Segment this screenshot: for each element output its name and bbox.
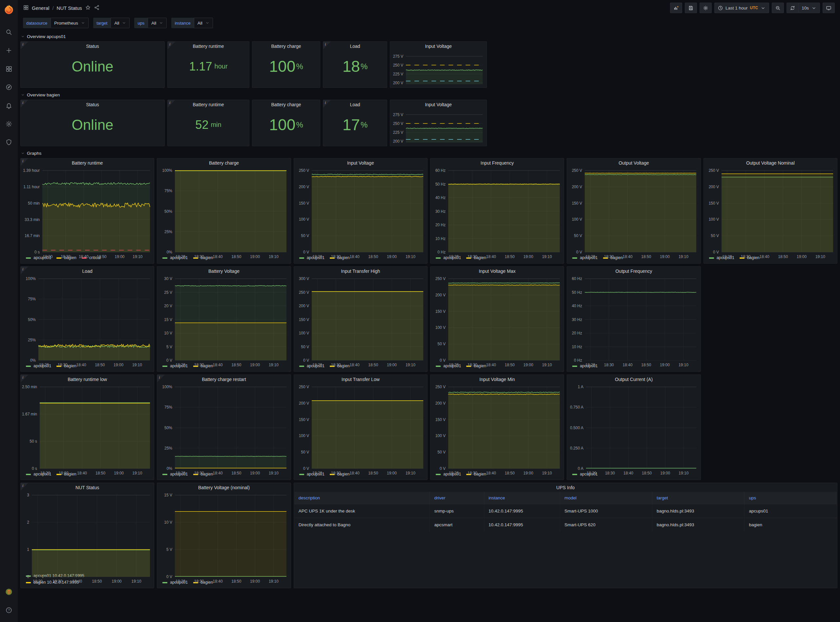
panel-title[interactable]: Battery runtime: [21, 159, 154, 167]
battery-runtime-chart[interactable]: 18:2018:3018:4018:5019:0019:101.39 hour1…: [21, 167, 154, 255]
dashboard-grid-icon[interactable]: [23, 5, 29, 11]
save-dashboard-button[interactable]: [685, 3, 697, 13]
panel-load: i Load 18:2018:3018:4018:5019:0019:10100…: [20, 266, 154, 372]
panel-title[interactable]: Output Current (A): [567, 375, 700, 384]
panel-title[interactable]: Battery charge: [252, 100, 320, 109]
battery-charge-chart[interactable]: 18:2018:3018:4018:5019:0019:10100%75%50%…: [157, 167, 290, 255]
table-column-header[interactable]: target: [652, 492, 745, 504]
refresh-button[interactable]: [787, 3, 798, 13]
alerting-bell-icon[interactable]: [2, 99, 15, 112]
add-panel-button[interactable]: [670, 3, 682, 13]
time-range-picker[interactable]: Last 1 hour UTC: [714, 3, 769, 13]
star-icon[interactable]: [85, 5, 91, 11]
battery-voltage-chart[interactable]: 18:2018:3018:4018:5019:0019:1030 V25 V20…: [157, 276, 290, 363]
panel-title[interactable]: NUT Status: [21, 483, 154, 492]
input-frequency-chart[interactable]: 18:2018:3018:4018:5019:0019:1060 Hz50 Hz…: [431, 167, 564, 255]
input-voltage-chart[interactable]: 18:2018:3018:4018:5019:0019:10250 V200 V…: [294, 167, 427, 255]
row-header-overview-bagien[interactable]: Overview bagien: [21, 90, 837, 99]
panel-title[interactable]: Input Voltage: [390, 42, 487, 50]
panel-info-icon[interactable]: i: [168, 42, 175, 49]
grafana-logo-icon[interactable]: [3, 4, 15, 16]
panel-title[interactable]: Battery charge: [252, 42, 320, 50]
panel-title[interactable]: Input Transfer High: [294, 267, 427, 276]
input-voltage-max-chart[interactable]: 18:2018:3018:4018:5019:0019:10250 V200 V…: [431, 276, 564, 363]
panel-title[interactable]: Output Voltage Nominal: [704, 159, 837, 167]
panel-info-icon[interactable]: i: [323, 42, 331, 49]
panel-title[interactable]: Output Voltage: [567, 159, 700, 167]
output-current-chart[interactable]: 18:2018:3018:4018:5019:0019:101 A0.750 A…: [567, 384, 700, 471]
input-transfer-high-chart[interactable]: 18:2018:3018:4018:5019:0019:10300 V250 V…: [294, 276, 427, 363]
load-chart[interactable]: 18:2018:3018:4018:5019:0019:10100%75%50%…: [21, 276, 154, 363]
panel-title[interactable]: Status: [21, 100, 164, 109]
variable-instance[interactable]: instance All: [171, 18, 212, 28]
panel-title[interactable]: Input Voltage Max: [431, 267, 564, 276]
svg-text:18:20: 18:20: [176, 471, 185, 476]
panel-info-icon[interactable]: i: [21, 267, 28, 274]
table-column-header[interactable]: instance: [484, 492, 560, 504]
panel-title[interactable]: Battery runtime: [168, 100, 249, 109]
output-voltage-nominal-chart[interactable]: 18:2018:3018:4018:5019:0019:10250 V200 V…: [704, 167, 837, 255]
panel-info-icon[interactable]: i: [168, 100, 175, 108]
variable-ups[interactable]: ups All: [134, 18, 167, 28]
dashboards-icon[interactable]: [2, 62, 15, 75]
user-avatar[interactable]: [2, 585, 15, 598]
help-icon[interactable]: ?: [2, 604, 15, 617]
panel-title[interactable]: Input Voltage: [294, 159, 427, 167]
configuration-gear-icon[interactable]: [2, 117, 15, 131]
input-voltage-mini-chart[interactable]: 275 V250 V225 V200 V: [390, 109, 487, 146]
panel-info-icon[interactable]: i: [21, 483, 28, 491]
tv-mode-button[interactable]: [823, 3, 835, 13]
output-frequency-chart[interactable]: 18:2018:3018:4018:5019:0019:1060 Hz50 Hz…: [567, 276, 700, 363]
explore-compass-icon[interactable]: [2, 81, 15, 94]
battery-voltage-nominal-chart[interactable]: 18:2018:3018:4018:5019:0019:1015 V10 V5 …: [157, 492, 290, 580]
panel-title[interactable]: Load: [21, 267, 154, 276]
zoom-out-time-button[interactable]: [772, 3, 784, 13]
search-icon[interactable]: [2, 26, 15, 39]
table-column-header[interactable]: driver: [430, 492, 484, 504]
panel-title[interactable]: Battery Voltage: [157, 267, 290, 276]
panel-title[interactable]: Input Frequency: [431, 159, 564, 167]
row-header-graphs[interactable]: Graphs: [21, 149, 837, 157]
battery-runtime-low-chart[interactable]: 18:2018:3018:4018:5019:0019:102.50 min1.…: [21, 384, 154, 471]
create-plus-icon[interactable]: [2, 44, 15, 57]
share-icon[interactable]: [94, 5, 100, 11]
panel-title[interactable]: Load: [323, 42, 387, 50]
panel-title[interactable]: Battery Voltage (nominal): [157, 483, 290, 492]
panel-info-icon[interactable]: i: [21, 42, 28, 49]
panel-title[interactable]: Load: [323, 100, 387, 109]
panel-info-icon[interactable]: i: [21, 375, 28, 382]
panel-title[interactable]: Battery charge restart: [157, 375, 290, 384]
panel-title[interactable]: Input Voltage: [390, 100, 487, 109]
table-column-header[interactable]: description: [294, 492, 430, 504]
panel-info-icon[interactable]: i: [21, 159, 28, 166]
breadcrumb-dashboard[interactable]: NUT Status: [57, 5, 82, 11]
panel-title[interactable]: UPS Info: [294, 483, 837, 492]
refresh-interval-picker[interactable]: 10s: [798, 3, 820, 13]
panel-title[interactable]: Battery runtime: [168, 42, 249, 50]
panel-title[interactable]: Input Voltage Min: [431, 375, 564, 384]
panel-info-icon[interactable]: i: [21, 100, 28, 108]
panel-info-icon[interactable]: i: [157, 375, 165, 382]
input-voltage-mini-chart[interactable]: 275 V250 V225 V200 V: [390, 50, 487, 88]
row-header-overview-apcups01[interactable]: Overview apcups01: [21, 32, 837, 41]
panel-info-icon[interactable]: i: [323, 100, 331, 108]
nut-status-chart[interactable]: 18:2018:3018:4018:5019:0019:103210: [21, 492, 154, 573]
battery-charge-restart-chart[interactable]: 18:2018:3018:4018:5019:0019:10100%75%50%…: [157, 384, 290, 471]
panel-title[interactable]: Input Transfer Low: [294, 375, 427, 384]
input-transfer-low-chart[interactable]: 18:2018:3018:4018:5019:0019:10250 V200 V…: [294, 384, 427, 471]
dashboard-settings-button[interactable]: [699, 3, 712, 13]
table-column-header[interactable]: model: [560, 492, 652, 504]
panel-title[interactable]: Battery runtime low: [21, 375, 154, 384]
panel-title[interactable]: Output Frequency: [567, 267, 700, 276]
server-admin-shield-icon[interactable]: [2, 136, 15, 149]
input-voltage-min-chart[interactable]: 18:2018:3018:4018:5019:0019:10250 V200 V…: [431, 384, 564, 471]
panel-title[interactable]: Battery charge: [157, 159, 290, 167]
panel-battery-runtime-low: i Battery runtime low 18:2018:3018:4018:…: [20, 375, 154, 480]
variable-datasource[interactable]: datasource Prometheus: [23, 18, 89, 28]
breadcrumb-folder[interactable]: General: [32, 5, 49, 11]
svg-text:18:40: 18:40: [486, 363, 496, 367]
variable-target[interactable]: target All: [93, 18, 130, 28]
output-voltage-chart[interactable]: 18:2018:3018:4018:5019:0019:10250 V200 V…: [567, 167, 700, 255]
panel-title[interactable]: Status: [21, 42, 164, 50]
table-column-header[interactable]: ups: [745, 492, 837, 504]
